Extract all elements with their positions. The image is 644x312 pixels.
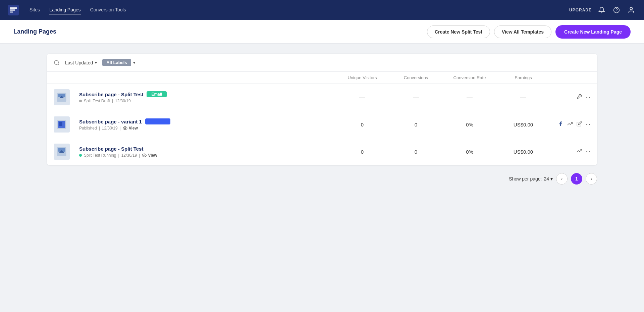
nav-right: UPGRADE <box>569 5 636 15</box>
next-page-button[interactable]: › <box>586 173 597 185</box>
status-text: Split Test Running <box>84 153 116 158</box>
edit-icon[interactable] <box>577 121 582 128</box>
unique-visitors-val: 0 <box>335 149 389 155</box>
nav-landing-pages[interactable]: Landing Pages <box>49 6 80 14</box>
view-separator: | <box>120 126 121 131</box>
col-earnings: Earnings <box>496 75 550 80</box>
unique-visitors-val: 0 <box>335 122 389 127</box>
earnings-val: — <box>496 94 550 101</box>
blue-tag <box>145 118 170 124</box>
table-row: Subscribe page - Split Test Email Split … <box>47 84 597 111</box>
status-text: Published <box>79 126 97 131</box>
earnings-val: US$0.00 <box>496 149 550 155</box>
row-date: 12/30/19 <box>121 153 137 158</box>
view-link[interactable]: View <box>123 126 138 131</box>
nav-sites[interactable]: Sites <box>30 6 40 14</box>
label-chevron-icon[interactable]: ▾ <box>133 60 135 65</box>
status-dot-gray <box>79 100 82 102</box>
help-icon[interactable] <box>612 5 621 15</box>
email-tag: Email <box>147 91 167 97</box>
row-date: 12/30/19 <box>115 99 131 103</box>
more-icon[interactable]: ··· <box>586 149 590 155</box>
col-conversion-rate: Conversion Rate <box>443 75 496 80</box>
row-actions: ··· <box>550 121 590 128</box>
page-header: Landing Pages Create New Split Test View… <box>0 20 644 44</box>
per-page-value[interactable]: 24 ▾ <box>544 176 553 181</box>
header-actions: Create New Split Test View All Templates… <box>427 25 631 39</box>
row-name-text: Subscribe page - Split Test <box>79 92 143 97</box>
row-meta: Split Test Running | 12/30/19 | View <box>79 153 335 158</box>
label-filter: All Labels ▾ <box>102 59 135 66</box>
page-thumbnail <box>54 89 70 105</box>
col-unique-visitors: Unique Visitors <box>335 75 389 80</box>
row-name-text: Subscribe page - Split Test <box>79 146 143 152</box>
logo[interactable] <box>8 5 19 15</box>
col-conversions: Conversions <box>389 75 443 80</box>
pagination: Show per page: 24 ▾ ‹ 1 › <box>47 165 597 185</box>
conversion-rate-val: 0% <box>443 122 496 127</box>
content-area: Last Updated ▾ All Labels ▾ Unique Visit… <box>0 44 644 195</box>
user-icon[interactable] <box>627 5 636 15</box>
per-page-text: Show per page: <box>509 176 542 181</box>
svg-line-8 <box>58 64 59 65</box>
settings-icon[interactable] <box>577 94 582 101</box>
unique-visitors-val: — <box>335 94 389 101</box>
sort-label: Last Updated <box>65 60 93 65</box>
svg-point-15 <box>124 127 126 129</box>
facebook-icon[interactable] <box>558 121 563 128</box>
upgrade-button[interactable]: UPGRADE <box>569 8 592 12</box>
current-page[interactable]: 1 <box>571 173 582 185</box>
prev-page-button[interactable]: ‹ <box>556 173 568 185</box>
analytics-icon[interactable] <box>577 148 582 155</box>
create-landing-page-button[interactable]: Create New Landing Page <box>555 25 631 39</box>
view-templates-button[interactable]: View All Templates <box>494 25 551 38</box>
view-separator: | <box>139 153 140 158</box>
svg-point-6 <box>630 7 632 10</box>
svg-rect-3 <box>10 11 13 13</box>
date-separator: | <box>118 153 119 158</box>
page-title: Landing Pages <box>13 28 56 35</box>
table-toolbar: Last Updated ▾ All Labels ▾ <box>47 54 597 72</box>
navbar: Sites Landing Pages Conversion Tools UPG… <box>0 0 644 20</box>
view-link[interactable]: View <box>142 153 157 158</box>
sort-chevron-icon: ▾ <box>95 60 97 65</box>
all-labels-badge[interactable]: All Labels <box>102 59 131 66</box>
nav-conversion-tools[interactable]: Conversion Tools <box>90 6 126 14</box>
row-name: Subscribe page - Split Test Email <box>79 91 335 97</box>
row-info: Subscribe page - Split Test Split Test R… <box>74 146 335 158</box>
status-dot-green <box>79 154 82 157</box>
page-thumbnail <box>54 144 70 160</box>
per-page-label: Show per page: 24 ▾ <box>509 176 553 181</box>
create-split-test-button[interactable]: Create New Split Test <box>427 25 490 38</box>
per-page-chevron-icon: ▾ <box>550 176 553 181</box>
row-info: Subscribe page - Split Test Email Split … <box>74 91 335 103</box>
svg-point-19 <box>144 155 145 156</box>
more-icon[interactable]: ··· <box>586 94 590 100</box>
svg-rect-1 <box>10 7 17 9</box>
table-row: Subscribe page - Split Test Split Test R… <box>47 138 597 165</box>
column-headers: Unique Visitors Conversions Conversion R… <box>47 72 597 84</box>
conversions-val: 0 <box>389 149 443 155</box>
page-thumbnail <box>54 116 70 133</box>
svg-rect-2 <box>10 9 15 11</box>
svg-point-7 <box>54 60 58 64</box>
row-actions: ··· <box>550 148 590 155</box>
svg-rect-14 <box>59 122 62 126</box>
row-date: 12/30/19 <box>102 126 118 131</box>
earnings-val: US$0.00 <box>496 122 550 127</box>
notifications-icon[interactable] <box>597 5 606 15</box>
conversions-val: 0 <box>389 122 443 127</box>
conversion-rate-val: 0% <box>443 149 496 155</box>
row-meta: Published | 12/30/19 | View <box>79 126 335 131</box>
row-info: Subscribe page - variant 1 Published | 1… <box>74 118 335 131</box>
search-icon[interactable] <box>54 60 60 66</box>
nav-links: Sites Landing Pages Conversion Tools <box>30 6 569 14</box>
date-separator: | <box>112 99 113 103</box>
row-meta: Split Test Draft | 12/30/19 <box>79 99 335 103</box>
row-actions: ··· <box>550 94 590 101</box>
analytics-icon[interactable] <box>567 121 573 128</box>
sort-dropdown[interactable]: Last Updated ▾ <box>65 60 97 65</box>
conversions-val: — <box>389 94 443 101</box>
status-text: Split Test Draft <box>84 99 110 103</box>
more-icon[interactable]: ··· <box>586 121 590 127</box>
